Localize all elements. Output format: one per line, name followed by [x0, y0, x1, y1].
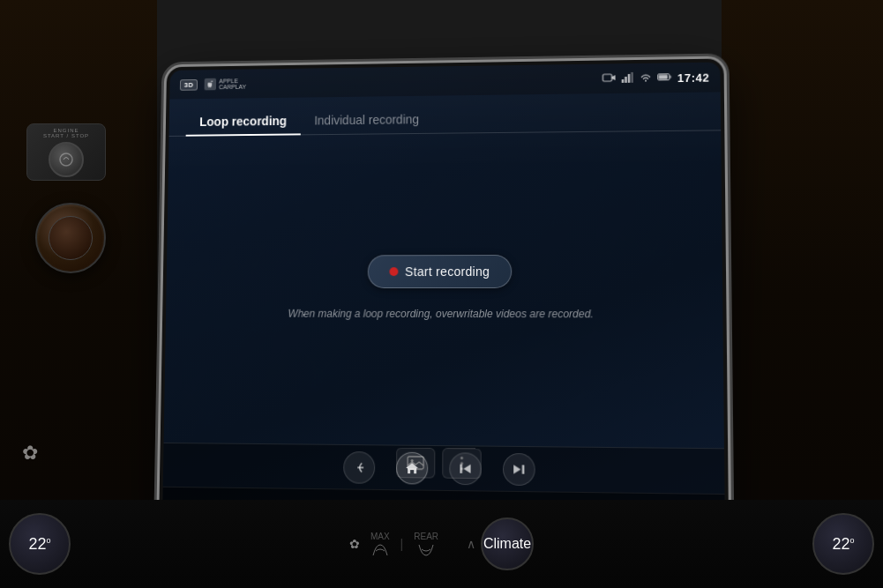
wifi-icon: [640, 72, 652, 85]
prev-track-button[interactable]: [449, 452, 481, 485]
home-button[interactable]: [396, 452, 428, 485]
chevron-left-temp: ∧: [467, 537, 475, 551]
temp-left-value: 22o: [28, 535, 50, 554]
tab-loop-recording[interactable]: Loop recording: [186, 107, 301, 135]
back-button[interactable]: [343, 451, 375, 484]
status-time: 17:42: [677, 71, 710, 84]
max-label: MAX: [370, 532, 390, 541]
engine-btn-circle[interactable]: [49, 142, 84, 177]
engine-start-button[interactable]: ENGINESTART / STOP: [26, 123, 106, 181]
back-icon: [353, 461, 365, 473]
prev-track-icon: [459, 464, 471, 474]
svg-rect-19: [522, 465, 525, 473]
screen-surface: 3D APPLECARPLAY: [162, 63, 725, 531]
next-track-icon: [513, 464, 525, 474]
apple-carplay-icon: [205, 78, 217, 91]
left-knob[interactable]: [35, 203, 106, 273]
temp-circle-left[interactable]: 22o: [9, 513, 71, 575]
signal-icon: [622, 72, 634, 85]
climate-divider: |: [400, 537, 404, 551]
3d-badge: 3D: [180, 78, 198, 90]
climate-icons: ✿ MAX | REAR ∧ Climate: [349, 517, 534, 570]
svg-rect-4: [625, 77, 627, 83]
record-button-label: Start recording: [405, 264, 490, 279]
tab-individual-recording[interactable]: Individual recording: [300, 105, 432, 134]
next-track-button[interactable]: [503, 453, 535, 486]
bottom-climate-bar: 22o ✿ MAX | REAR ∧ Climate 22o: [0, 500, 883, 588]
svg-point-7: [645, 80, 647, 82]
svg-rect-3: [622, 79, 625, 83]
temp-right-value: 22o: [832, 535, 854, 554]
apple-carplay-text: APPLECARPLAY: [219, 78, 246, 90]
climate-label: Climate: [483, 536, 531, 552]
svg-rect-5: [628, 74, 631, 83]
loop-description-text: When making a loop recording, overwritab…: [288, 306, 594, 322]
fan-icon: ✿: [22, 442, 38, 465]
home-icon: [405, 461, 419, 475]
engine-label: ENGINESTART / STOP: [43, 128, 89, 138]
camera-status-icon: [602, 72, 617, 85]
svg-rect-6: [632, 72, 634, 83]
windscreen-icon: [371, 543, 389, 557]
apple-logo: [206, 80, 215, 89]
rear-screen-icon: [417, 543, 435, 557]
svg-rect-9: [670, 76, 671, 78]
tabs-container: Loop recording Individual recording: [169, 92, 722, 137]
engine-icon: [58, 152, 74, 167]
battery-icon: [657, 72, 671, 83]
main-content: Start recording When making a loop recor…: [164, 130, 724, 448]
rear-label: REAR: [414, 532, 438, 541]
svg-marker-16: [463, 465, 470, 473]
status-right: 17:42: [602, 71, 710, 86]
svg-point-0: [60, 153, 72, 166]
fan-left-icon: ✿: [349, 537, 360, 551]
temp-display-bottom-left[interactable]: Climate: [481, 517, 534, 570]
apple-carplay-indicator: APPLECARPLAY: [205, 78, 246, 90]
temp-left-control: ∧ Climate: [467, 517, 534, 570]
temp-circle-right[interactable]: 22o: [812, 513, 874, 575]
status-left: 3D APPLECARPLAY: [180, 78, 246, 91]
svg-rect-1: [603, 74, 612, 81]
start-recording-button[interactable]: Start recording: [367, 255, 512, 288]
svg-rect-17: [460, 465, 462, 473]
screen-frame: 3D APPLECARPLAY: [159, 58, 729, 533]
svg-rect-10: [659, 75, 668, 79]
svg-marker-18: [513, 465, 520, 473]
left-knob-inner: [49, 216, 93, 260]
record-dot-icon: [389, 267, 398, 276]
